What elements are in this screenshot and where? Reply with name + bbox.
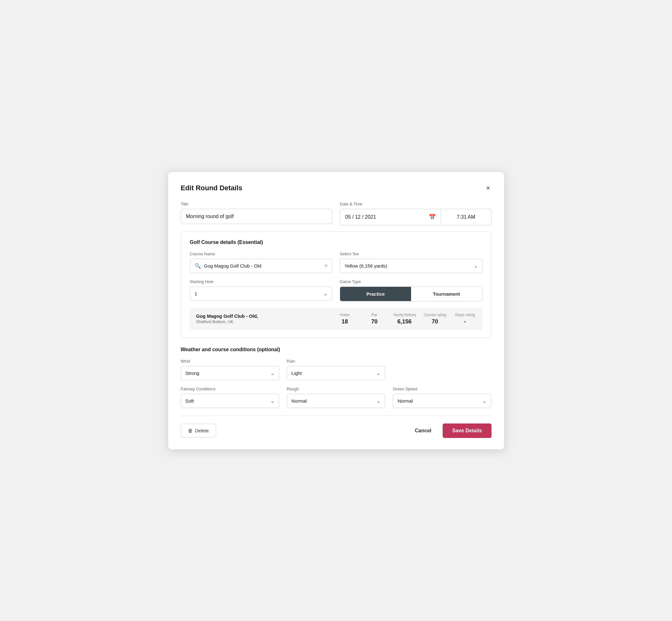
time-value: 7:31 AM	[457, 214, 475, 220]
date-value: 05 / 12 / 2021	[345, 214, 376, 220]
green-speed-label: Green Speed	[393, 386, 491, 391]
course-info-name: Gog Magog Golf Club - Old,	[196, 313, 326, 319]
chevron-down-icon-green: ⌄	[482, 398, 487, 404]
delete-label: Delete	[195, 428, 209, 433]
starting-hole-value: 1	[195, 291, 324, 296]
select-tee-dropdown[interactable]: Yellow (6,156 yards) ⌄	[340, 259, 482, 273]
wind-group: Wind Strong ⌄	[181, 359, 279, 380]
title-input[interactable]	[181, 209, 333, 224]
holes-label: Holes	[340, 313, 349, 317]
fairway-group: Fairway Conditions Soft ⌄	[181, 386, 279, 408]
slope-rating-value: -	[464, 318, 466, 325]
course-stat-par: Par 70	[364, 313, 385, 325]
fairway-value: Soft	[185, 398, 270, 404]
chevron-down-icon-rain: ⌄	[376, 370, 380, 376]
fairway-label: Fairway Conditions	[181, 386, 279, 391]
course-stat-holes: Holes 18	[334, 313, 356, 325]
fairway-rough-green-row: Fairway Conditions Soft ⌄ Rough Normal ⌄…	[181, 386, 492, 408]
cancel-button[interactable]: Cancel	[410, 424, 436, 437]
starting-hole-label: Starting Hole	[190, 279, 333, 284]
save-button[interactable]: Save Details	[443, 423, 491, 438]
starting-hole-dropdown[interactable]: 1 ⌄	[190, 287, 333, 301]
course-name-input-wrap[interactable]: 🔍 ×	[190, 259, 333, 273]
course-name-group: Course Name 🔍 ×	[190, 251, 333, 273]
rain-group: Rain Light ⌄	[287, 359, 385, 380]
close-button[interactable]: ×	[485, 183, 492, 193]
golf-course-section-title: Golf Course details (Essential)	[190, 240, 482, 245]
title-group: Title	[181, 202, 333, 225]
starting-hole-group: Starting Hole 1 ⌄	[190, 279, 333, 301]
datetime-group: Date & Time 05 / 12 / 2021 📅 7:31 AM	[340, 202, 492, 225]
rain-label: Rain	[287, 359, 385, 364]
chevron-down-icon-2: ⌄	[323, 291, 328, 297]
rough-label: Rough	[287, 386, 385, 391]
game-type-label: Game Type	[340, 279, 482, 284]
modal-title: Edit Round Details	[181, 184, 243, 192]
title-label: Title	[181, 202, 333, 206]
wind-rain-row: Wind Strong ⌄ Rain Light ⌄	[181, 359, 492, 380]
rain-dropdown[interactable]: Light ⌄	[287, 366, 385, 380]
par-value: 70	[371, 318, 378, 325]
footer-row: 🗑 Delete Cancel Save Details	[181, 423, 492, 438]
course-name-label: Course Name	[190, 251, 333, 256]
datetime-label: Date & Time	[340, 202, 492, 206]
green-speed-dropdown[interactable]: Normal ⌄	[393, 394, 491, 408]
footer-right: Cancel Save Details	[410, 423, 492, 438]
rough-group: Rough Normal ⌄	[287, 386, 385, 408]
tournament-button[interactable]: Tournament	[411, 287, 482, 301]
game-type-group: Game Type Practice Tournament	[340, 279, 482, 301]
course-name-input[interactable]	[204, 263, 325, 268]
weather-section: Weather and course conditions (optional)…	[181, 347, 492, 408]
green-speed-group: Green Speed Normal ⌄	[393, 386, 491, 408]
trash-icon: 🗑	[188, 428, 193, 433]
title-datetime-row: Title Date & Time 05 / 12 / 2021 📅 7:31 …	[181, 202, 492, 225]
chevron-down-icon: ⌄	[473, 263, 478, 269]
course-stat-course-rating: Course rating 70	[423, 313, 446, 325]
course-info-location: Shelford Bottom, UK	[196, 319, 326, 324]
edit-round-modal: Edit Round Details × Title Date & Time 0…	[168, 172, 504, 449]
yards-value: 6,156	[397, 318, 412, 325]
course-tee-row: Course Name 🔍 × Select Tee Yellow (6,156…	[190, 251, 482, 273]
date-input[interactable]: 05 / 12 / 2021 📅	[340, 209, 441, 225]
chevron-down-icon-fairway: ⌄	[270, 398, 275, 404]
date-time-inputs: 05 / 12 / 2021 📅 7:31 AM	[340, 209, 492, 225]
chevron-down-icon-rough: ⌄	[376, 398, 380, 404]
select-tee-group: Select Tee Yellow (6,156 yards) ⌄	[340, 251, 482, 273]
delete-button[interactable]: 🗑 Delete	[181, 424, 216, 437]
course-stat-yards: Yards(Yellow) 6,156	[393, 313, 416, 325]
footer-divider	[181, 416, 492, 416]
wind-label: Wind	[181, 359, 279, 364]
select-tee-label: Select Tee	[340, 251, 482, 256]
fairway-dropdown[interactable]: Soft ⌄	[181, 394, 279, 408]
hole-gametype-row: Starting Hole 1 ⌄ Game Type Practice Tou…	[190, 279, 482, 301]
rough-dropdown[interactable]: Normal ⌄	[287, 394, 385, 408]
time-input[interactable]: 7:31 AM	[441, 209, 492, 225]
course-info-box: Gog Magog Golf Club - Old, Shelford Bott…	[190, 308, 482, 330]
clear-course-button[interactable]: ×	[325, 263, 328, 268]
holes-value: 18	[342, 318, 348, 325]
rain-value: Light	[292, 370, 376, 376]
weather-section-title: Weather and course conditions (optional)	[181, 347, 492, 353]
rough-value: Normal	[292, 398, 376, 404]
course-rating-label: Course rating	[423, 313, 446, 317]
green-speed-value: Normal	[397, 398, 482, 404]
yards-label: Yards(Yellow)	[393, 313, 416, 317]
course-info-name-group: Gog Magog Golf Club - Old, Shelford Bott…	[196, 313, 326, 324]
course-rating-value: 70	[432, 318, 438, 325]
calendar-icon: 📅	[429, 214, 436, 220]
par-label: Par	[371, 313, 377, 317]
course-stat-slope-rating: Slope rating -	[454, 313, 476, 325]
wind-value: Strong	[185, 370, 270, 376]
select-tee-value: Yellow (6,156 yards)	[344, 263, 473, 268]
modal-header: Edit Round Details ×	[181, 183, 492, 193]
wind-dropdown[interactable]: Strong ⌄	[181, 366, 279, 380]
search-icon: 🔍	[195, 263, 201, 269]
golf-course-section: Golf Course details (Essential) Course N…	[181, 232, 492, 338]
game-type-toggle: Practice Tournament	[340, 287, 482, 301]
slope-rating-label: Slope rating	[455, 313, 475, 317]
practice-button[interactable]: Practice	[340, 287, 411, 301]
chevron-down-icon-wind: ⌄	[270, 370, 275, 376]
